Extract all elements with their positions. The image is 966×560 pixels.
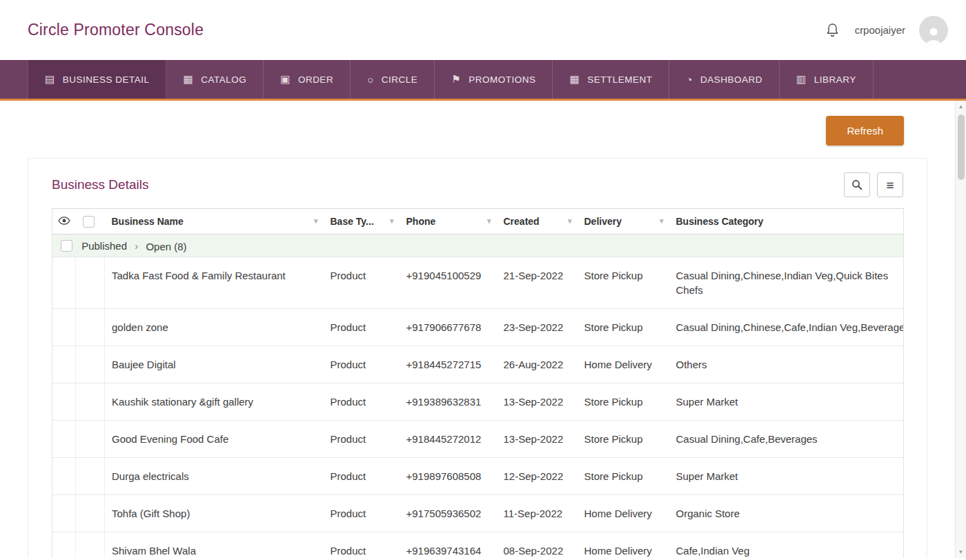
cell-eye-spacer: [52, 532, 76, 558]
tab-circle[interactable]: ○ CIRCLE: [351, 60, 435, 99]
column-label: Business Name: [112, 216, 184, 227]
notifications-bell-icon[interactable]: [825, 22, 841, 39]
table-row[interactable]: Tadka Fast Food & Family Restaurant Prod…: [52, 257, 904, 309]
tab-order[interactable]: ▣ ORDER: [264, 60, 351, 99]
settlement-icon: ▦: [569, 73, 580, 86]
cell-check-spacer: [76, 309, 105, 346]
table-row[interactable]: Tohfa (Gift Shop) Product +917505936502 …: [52, 495, 904, 532]
avatar[interactable]: [919, 16, 948, 45]
cell-check-spacer: [76, 532, 105, 558]
vertical-scrollbar[interactable]: ▲ ▼: [955, 101, 966, 558]
hamburger-icon: ≡: [886, 179, 894, 192]
username[interactable]: crpoojaiyer: [855, 24, 905, 36]
cell-check-spacer: [76, 257, 105, 309]
table-row[interactable]: Shivam Bhel Wala Product +919639743164 0…: [52, 532, 904, 558]
tab-business-detail[interactable]: ▤ BUSINESS DETAIL: [28, 60, 166, 99]
table-row[interactable]: Baujee Digital Product +918445272715 26-…: [52, 346, 904, 383]
cell-business-category: Casual Dining,Cafe,Beverages: [669, 421, 904, 458]
business-details-card: Business Details ≡: [28, 158, 927, 558]
sort-icon: ▾: [660, 217, 665, 226]
search-icon: [851, 179, 862, 190]
cell-created: 21-Sep-2022: [497, 257, 578, 309]
circle-icon: ○: [367, 74, 374, 86]
business-detail-icon: ▤: [45, 73, 55, 86]
cell-base-type: Product: [324, 421, 400, 458]
menu-button[interactable]: ≡: [877, 172, 903, 197]
scroll-up-icon[interactable]: ▲: [958, 103, 964, 110]
table-header-row: Business Name ▾ Base Ty... ▾: [52, 209, 904, 234]
cell-business-category: Casual Dining,Chinese,Indian Veg,Quick B…: [669, 257, 904, 309]
table-row[interactable]: golden zone Product +917906677678 23-Sep…: [52, 309, 904, 346]
column-business-name[interactable]: Business Name ▾: [105, 209, 324, 234]
cell-eye-spacer: [52, 309, 76, 346]
cell-base-type: Product: [324, 346, 400, 383]
search-button[interactable]: [844, 172, 870, 197]
cell-eye-spacer: [52, 346, 76, 383]
tab-promotions[interactable]: ⚑ PROMOTIONS: [435, 60, 553, 99]
dashboard-icon: ◔: [686, 74, 693, 86]
chevron-right-icon: ›: [130, 240, 143, 252]
group-row-published[interactable]: Published › Open (8): [52, 234, 904, 257]
cell-phone: +919897608508: [400, 458, 497, 495]
promotions-flag-icon: ⚑: [451, 73, 461, 86]
tab-dashboard[interactable]: ◔ DASHBOARD: [669, 60, 780, 99]
cell-business-category: Super Market: [669, 383, 904, 421]
cell-base-type: Product: [324, 532, 400, 558]
cell-delivery: Home Delivery: [578, 532, 669, 558]
cell-created: 23-Sep-2022: [497, 309, 578, 346]
cell-eye-spacer: [52, 495, 76, 532]
column-phone[interactable]: Phone ▾: [400, 209, 497, 234]
table-row[interactable]: Durga electricals Product +919897608508 …: [52, 458, 904, 495]
cell-delivery: Store Pickup: [578, 309, 669, 346]
tab-label: CIRCLE: [382, 74, 418, 85]
tab-catalog[interactable]: ▦ CATALOG: [166, 60, 264, 99]
column-label: Business Category: [676, 216, 764, 227]
sort-icon: ▾: [314, 217, 319, 226]
column-business-category[interactable]: Business Category: [669, 209, 904, 234]
sort-icon: ▾: [487, 217, 493, 226]
cell-eye-spacer: [52, 383, 76, 421]
select-all-header[interactable]: [76, 209, 105, 234]
scroll-down-icon[interactable]: ▼: [958, 549, 964, 555]
main-nav: ▤ BUSINESS DETAIL ▦ CATALOG ▣ ORDER ○ CI…: [0, 60, 966, 101]
cell-created: 08-Sep-2022: [497, 532, 578, 558]
cell-business-category: Organic Store: [669, 495, 904, 532]
cell-created: 13-Sep-2022: [497, 421, 578, 458]
column-label: Phone: [406, 216, 436, 227]
column-label: Created: [504, 216, 540, 227]
cell-eye-spacer: [52, 257, 76, 309]
scrollbar-thumb[interactable]: [958, 114, 965, 180]
tab-label: SETTLEMENT: [587, 74, 652, 85]
eye-column-header[interactable]: [52, 209, 76, 234]
select-all-checkbox[interactable]: [83, 216, 95, 228]
cell-business-category: Others: [669, 346, 904, 383]
cell-check-spacer: [76, 458, 105, 495]
group-state: Open (8): [146, 240, 186, 252]
refresh-button[interactable]: Refresh: [826, 116, 904, 146]
column-created[interactable]: Created ▾: [497, 209, 578, 234]
tab-settlement[interactable]: ▦ SETTLEMENT: [553, 60, 669, 99]
catalog-icon: ▦: [183, 73, 193, 86]
cell-base-type: Product: [324, 309, 400, 346]
column-delivery[interactable]: Delivery ▾: [578, 209, 669, 234]
tab-label: ORDER: [298, 74, 333, 85]
group-name: Published: [81, 240, 127, 252]
table-row[interactable]: Kaushik stationary &gift gallery Product…: [52, 383, 904, 421]
table-row[interactable]: Good Evening Food Cafe Product +91844527…: [52, 421, 904, 458]
group-checkbox[interactable]: [61, 240, 72, 252]
column-base-type[interactable]: Base Ty... ▾: [324, 209, 400, 234]
cell-eye-spacer: [52, 421, 76, 458]
cell-phone: +917505936502: [400, 495, 497, 532]
cell-phone: +919639743164: [400, 532, 497, 558]
cell-phone: +919389632831: [400, 383, 497, 421]
tab-library[interactable]: ▥ LIBRARY: [780, 60, 874, 99]
cell-business-category: Super Market: [669, 458, 904, 495]
cell-base-type: Product: [324, 495, 400, 532]
cell-created: 11-Sep-2022: [497, 495, 578, 532]
column-label: Delivery: [584, 216, 622, 227]
cell-created: 13-Sep-2022: [497, 383, 578, 421]
cell-phone: +918445272715: [400, 346, 497, 383]
cell-base-type: Product: [324, 257, 400, 309]
content-area: Refresh Business Details ≡: [0, 101, 955, 558]
tab-label: PROMOTIONS: [469, 74, 535, 85]
